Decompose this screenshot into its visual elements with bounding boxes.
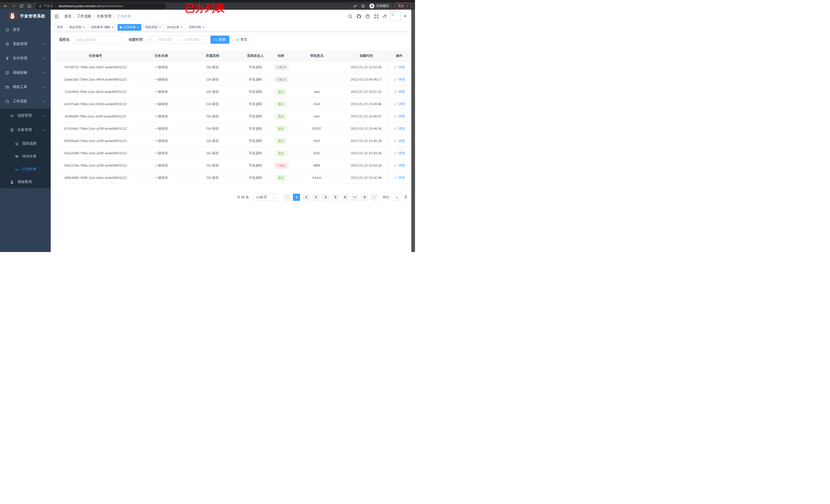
cell-starter: 芋道源码	[238, 90, 273, 94]
robot-face-icon	[14, 141, 19, 146]
page-button-2[interactable]: 2	[302, 194, 310, 201]
breadcrumb-task-mgmt[interactable]: 任务管理	[97, 14, 111, 19]
tab-todo-tasks[interactable]: 待办任务×	[165, 24, 185, 31]
sidebar-item-process-mgmt[interactable]: 流程管理	[0, 108, 51, 123]
close-icon[interactable]: ×	[83, 26, 85, 29]
page-button-5[interactable]: 5	[332, 194, 339, 201]
more-pages-button[interactable]: •••	[351, 194, 358, 201]
tab-home[interactable]: 首页	[55, 24, 65, 31]
sidebar-item-home[interactable]: 首页	[0, 23, 51, 37]
start-date-placeholder[interactable]: 开始日期	[152, 37, 178, 42]
page-button-1[interactable]: 1	[293, 194, 300, 201]
breadcrumb: 首页 / 工作流程 / 任务管理 / 已办任务	[64, 14, 131, 19]
sidebar-item-leave-query[interactable]: 请假查询	[0, 175, 51, 188]
tab-start-process[interactable]: 发起流程×	[67, 24, 87, 31]
sidebar-item-workflow[interactable]: 工作流程	[0, 94, 51, 108]
help-icon[interactable]	[365, 14, 370, 19]
sidebar: 芋道管理系统 首页 系统管理 ¥ 支付管理 基础设施 研发工具 工作	[0, 10, 51, 252]
sidebar-item-task-mgmt[interactable]: 任务管理	[0, 123, 51, 137]
browser-update-button[interactable]: 更新 ⋮	[394, 3, 411, 9]
avatar[interactable]	[390, 11, 401, 22]
detail-link[interactable]: 详情	[394, 139, 405, 143]
star-icon[interactable]	[361, 4, 365, 8]
cell-task-name: 一级审批	[136, 90, 187, 94]
tab-process-form-edit[interactable]: 流程表单-编辑×	[89, 24, 116, 31]
page-button-6[interactable]: 6	[342, 194, 349, 201]
sidebar-item-pay[interactable]: ¥ 支付管理	[0, 51, 51, 66]
reset-button[interactable]: 重置	[232, 36, 251, 44]
process-name-input[interactable]	[73, 36, 121, 44]
detail-link[interactable]: 详情	[394, 175, 405, 180]
tab-done-tasks[interactable]: 已办任务×	[118, 24, 141, 31]
sidebar-item-my-process[interactable]: 我的流程	[0, 137, 51, 150]
address-bar[interactable]: 不安全 dashboard.yudao.iocoder.cn /bpm/task…	[36, 3, 166, 9]
url-path[interactable]: /bpm/task/done	[100, 4, 123, 8]
prev-page-button[interactable]	[283, 194, 290, 201]
sidebar-item-done-tasks[interactable]: 已办任务	[0, 163, 51, 175]
cell-task-id: 8196daff-7b9a-11ec-a290-acde48001122	[55, 114, 136, 118]
breadcrumb-separator: /	[74, 14, 75, 19]
update-label[interactable]: 更新	[398, 4, 404, 8]
goto-label: 前往	[383, 195, 389, 200]
sidebar-collapse-icon[interactable]	[54, 14, 59, 19]
detail-link[interactable]: 详情	[394, 163, 405, 168]
detail-link[interactable]: 详情	[394, 65, 405, 70]
breadcrumb-current: 已办任务	[117, 14, 131, 19]
sidebar-item-system[interactable]: 系统管理	[0, 37, 51, 51]
close-icon[interactable]: ×	[181, 26, 183, 29]
detail-link[interactable]: 详情	[394, 126, 405, 131]
forward-icon[interactable]	[11, 4, 16, 8]
table-row: ec507ae6-7b9a-11ec-b03b-acde48001122 一级审…	[55, 98, 410, 110]
fullscreen-icon[interactable]	[374, 14, 379, 19]
end-date-placeholder[interactable]: 结束日期	[179, 37, 205, 42]
detail-link[interactable]: 详情	[394, 102, 405, 106]
briefcase-icon	[5, 85, 9, 89]
key-icon[interactable]	[353, 4, 358, 8]
cell-task-id: 67c534a2-7b9a-11ec-a290-acde48001122	[55, 127, 136, 131]
page-size-select[interactable]: 10条/页	[253, 194, 278, 201]
sidebar-item-todo-tasks[interactable]: 待办任务	[0, 150, 51, 163]
back-icon[interactable]	[3, 4, 8, 8]
cell-process: OA 请假	[187, 126, 238, 131]
avatar-caret-icon[interactable]	[404, 15, 407, 17]
app-logo	[8, 12, 17, 20]
security-label[interactable]: 不安全	[43, 4, 53, 8]
search-icon[interactable]	[348, 14, 353, 19]
date-range-picker[interactable]: 开始日期 - 结束日期	[146, 36, 208, 44]
page-button-4[interactable]: 4	[322, 194, 329, 201]
search-button[interactable]: 搜索	[211, 36, 229, 44]
total-count: 共 86 条	[237, 195, 249, 200]
github-icon[interactable]	[356, 14, 361, 19]
detail-link[interactable]: 详情	[394, 77, 405, 82]
font-size-icon[interactable]: TT	[382, 14, 387, 19]
table-row: 8196daff-7b9a-11ec-a290-acde48001122 一级审…	[55, 110, 410, 123]
next-page-button[interactable]	[371, 194, 378, 201]
app-logo-row[interactable]: 芋道管理系统	[0, 10, 51, 23]
reload-icon[interactable]	[19, 4, 24, 8]
sidebar-item-dev-tools[interactable]: 研发工具	[0, 80, 51, 94]
close-icon[interactable]: ×	[159, 26, 161, 29]
close-icon[interactable]: ×	[112, 26, 114, 29]
sidebar-item-label: 研发工具	[13, 85, 27, 89]
breadcrumb-separator: /	[114, 14, 115, 19]
goto-page-input[interactable]	[391, 194, 403, 201]
broken-image-icon	[391, 12, 395, 16]
home-icon[interactable]	[27, 4, 32, 8]
browser-menu-icon[interactable]: ⋮	[406, 5, 409, 7]
close-icon[interactable]: ×	[137, 26, 139, 29]
detail-link[interactable]: 详情	[394, 114, 405, 119]
sidebar-item-infra[interactable]: 基础设施	[0, 66, 51, 80]
goto-page: 前往 页	[383, 194, 408, 201]
window-edge-scrollbar[interactable]	[411, 10, 415, 252]
tab-my-process[interactable]: 我的流程×	[143, 24, 163, 31]
page-button-9[interactable]: 9	[361, 194, 368, 201]
page-button-3[interactable]: 3	[312, 194, 320, 201]
url-domain[interactable]: dashboard.yudao.iocoder.cn	[59, 4, 100, 8]
detail-link[interactable]: 详情	[394, 90, 405, 94]
result-tag: 通过	[276, 101, 287, 107]
tab-process-detail[interactable]: 流程详情×	[186, 24, 206, 31]
breadcrumb-home[interactable]: 首页	[64, 14, 71, 19]
breadcrumb-workflow[interactable]: 工作流程	[77, 14, 91, 19]
close-icon[interactable]: ×	[202, 26, 204, 29]
detail-link[interactable]: 详情	[394, 151, 405, 156]
